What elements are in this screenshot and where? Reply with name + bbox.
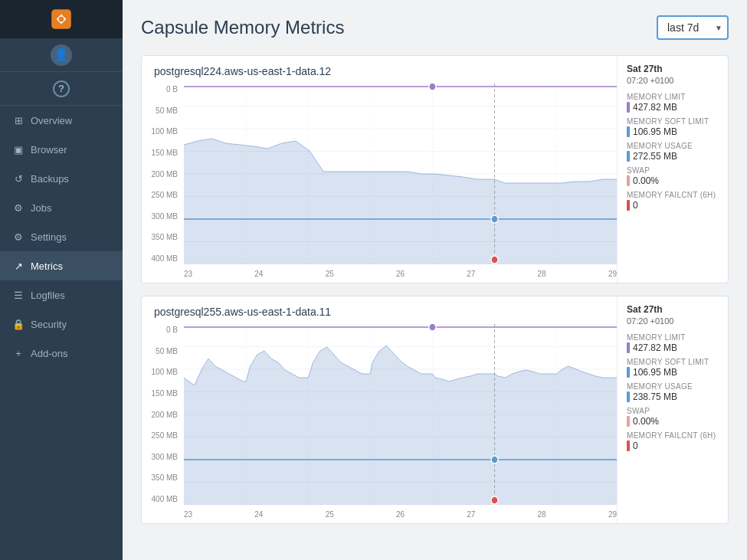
legend-failcnt-1: MEMORY FAILCNT (6H) 0 — [627, 191, 719, 211]
legend-bar — [627, 200, 630, 211]
help-icon[interactable]: ? — [53, 80, 70, 97]
settings-icon: ⚙ — [12, 231, 25, 243]
legend-swap-1: SWAP 0.00% — [627, 166, 719, 186]
x-axis-2: 23 24 25 26 27 28 29 — [184, 505, 617, 523]
chart-section-2: postgresql255.aws-us-east-1-data.11 400 … — [141, 296, 729, 524]
svg-point-43 — [429, 324, 436, 331]
legend-bar — [627, 440, 630, 451]
sidebar-item-label: Browser — [31, 144, 67, 156]
legend-failcnt-2: MEMORY FAILCNT (6H) 0 — [627, 431, 719, 451]
page-title: Capsule Memory Metrics — [141, 17, 344, 38]
addons-icon: + — [12, 348, 25, 359]
sidebar-item-label: Jobs — [31, 202, 51, 214]
legend-bar — [627, 126, 630, 137]
sidebar-item-label: Security — [31, 319, 67, 330]
legend-bar — [627, 175, 630, 186]
legend-bar — [627, 102, 630, 113]
overview-icon: ⊞ — [12, 115, 25, 126]
sidebar-item-backups[interactable]: ↺ Backups — [0, 164, 123, 193]
chart-container-1: 400 MB 350 MB 300 MB 250 MB 200 MB 150 M… — [142, 84, 617, 283]
main-content: Capsule Memory Metrics last 1h last 6h l… — [123, 0, 747, 560]
chart-legend-1: Sat 27th 07:20 +0100 MEMORY LIMIT 427.82… — [617, 56, 728, 283]
legend-tz-2: 07:20 +0100 — [627, 316, 719, 326]
sidebar-item-label: Logfiles — [31, 290, 65, 301]
sidebar-item-label: Backups — [31, 173, 69, 185]
legend-bar — [627, 391, 630, 402]
legend-time-2: Sat 27th — [627, 304, 719, 315]
sidebar-item-security[interactable]: 🔒 Security — [0, 309, 123, 339]
legend-soft-limit-2: MEMORY SOFT LIMIT 106.95 MB — [627, 358, 719, 378]
svg-point-22 — [429, 84, 436, 90]
svg-point-42 — [491, 456, 498, 463]
page-header: Capsule Memory Metrics last 1h last 6h l… — [141, 15, 729, 40]
help-section[interactable]: ? — [0, 72, 123, 106]
legend-bar — [627, 416, 630, 427]
legend-tz-1: 07:20 +0100 — [627, 76, 719, 85]
sidebar-item-logfiles[interactable]: ☰ Logfiles — [0, 280, 123, 309]
logfiles-icon: ☰ — [12, 290, 25, 301]
chart-legend-2: Sat 27th 07:20 +0100 MEMORY LIMIT 427.82… — [617, 296, 728, 523]
sidebar-item-browser[interactable]: ▣ Browser — [0, 135, 123, 164]
legend-swap-2: SWAP 0.00% — [627, 407, 719, 427]
chart-area-2: postgresql255.aws-us-east-1-data.11 400 … — [142, 296, 617, 523]
legend-mem-usage-2: MEMORY USAGE 238.75 MB — [627, 382, 719, 402]
chart-section-1: postgresql224.aws-us-east-1-data.12 400 … — [141, 55, 729, 283]
legend-mem-usage-1: MEMORY USAGE 272.55 MB — [627, 142, 719, 162]
legend-bar — [627, 342, 630, 353]
jobs-icon: ⚙ — [12, 202, 25, 214]
sidebar-item-jobs[interactable]: ⚙ Jobs — [0, 193, 123, 222]
chart-area-1: postgresql224.aws-us-east-1-data.12 400 … — [142, 56, 617, 283]
user-avatar-section[interactable]: 👤 — [0, 38, 123, 72]
legend-mem-limit-2: MEMORY LIMIT 427.82 MB — [627, 333, 719, 353]
sidebar-item-label: Settings — [31, 231, 67, 243]
time-select[interactable]: last 1h last 6h last 24h last 7d last 30… — [657, 15, 729, 40]
backups-icon: ↺ — [12, 173, 25, 185]
legend-bar — [627, 367, 630, 378]
svg-point-1 — [59, 16, 64, 21]
chart-title-2: postgresql255.aws-us-east-1-data.11 — [142, 306, 617, 324]
sidebar-item-label: Add-ons — [31, 348, 67, 359]
chart-svg-2 — [184, 324, 617, 505]
sidebar-item-metrics[interactable]: ↗ Metrics — [0, 251, 123, 280]
legend-mem-limit-1: MEMORY LIMIT 427.82 MB — [627, 93, 719, 113]
legend-soft-limit-1: MEMORY SOFT LIMIT 106.95 MB — [627, 117, 719, 137]
y-axis-2: 400 MB 350 MB 300 MB 250 MB 200 MB 150 M… — [142, 324, 184, 505]
svg-point-20 — [491, 256, 498, 264]
svg-point-21 — [491, 215, 498, 223]
time-range-selector[interactable]: last 1h last 6h last 24h last 7d last 30… — [657, 15, 729, 40]
sidebar: 👤 ? ⊞ Overview ▣ Browser ↺ Backups ⚙ Job… — [0, 0, 123, 560]
metrics-icon: ↗ — [12, 260, 25, 272]
sidebar-item-settings[interactable]: ⚙ Settings — [0, 222, 123, 251]
sidebar-item-overview[interactable]: ⊞ Overview — [0, 106, 123, 135]
y-axis-1: 400 MB 350 MB 300 MB 250 MB 200 MB 150 M… — [142, 84, 184, 264]
browser-icon: ▣ — [12, 144, 25, 156]
legend-time-1: Sat 27th — [627, 64, 719, 74]
sidebar-item-label: Overview — [31, 115, 72, 126]
chart-inner-1 — [184, 84, 617, 264]
security-icon: 🔒 — [12, 319, 25, 330]
sidebar-item-addons[interactable]: + Add-ons — [0, 339, 123, 368]
svg-point-41 — [491, 496, 498, 504]
chart-inner-2 — [184, 324, 617, 505]
chart-container-2: 400 MB 350 MB 300 MB 250 MB 200 MB 150 M… — [142, 324, 617, 523]
legend-bar — [627, 151, 630, 162]
sidebar-item-label: Metrics — [31, 260, 63, 272]
app-logo — [0, 0, 123, 38]
chart-title-1: postgresql224.aws-us-east-1-data.12 — [142, 65, 617, 84]
avatar[interactable]: 👤 — [51, 44, 72, 66]
x-axis-1: 23 24 25 26 27 28 29 — [184, 264, 617, 283]
sidebar-nav: ⊞ Overview ▣ Browser ↺ Backups ⚙ Jobs ⚙ … — [0, 106, 123, 560]
chart-svg-1 — [184, 84, 617, 264]
